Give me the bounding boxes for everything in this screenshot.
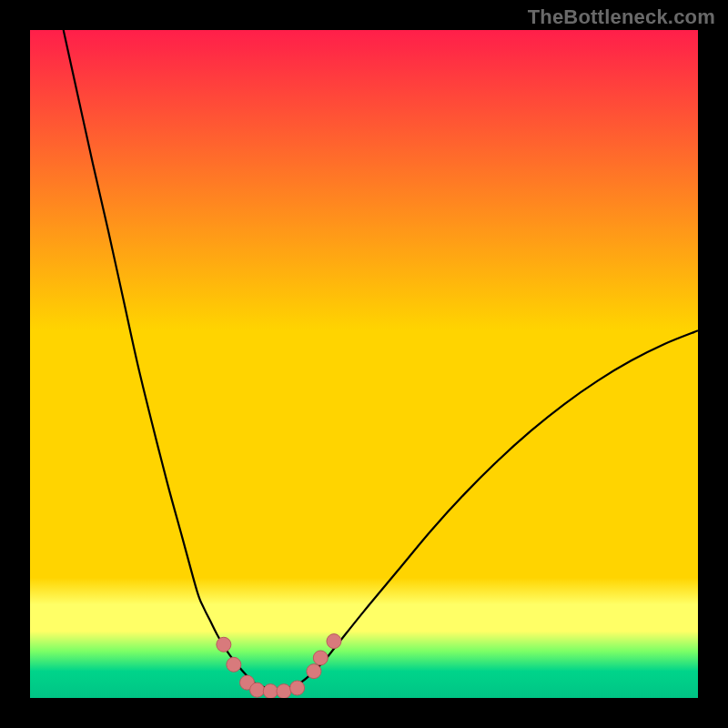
frame-right (698, 0, 728, 728)
curve-marker (290, 681, 305, 695)
curve-marker (277, 684, 291, 699)
curve-marker (263, 684, 278, 699)
curve-marker (250, 682, 265, 697)
chart-frame: TheBottleneck.com (0, 0, 728, 728)
frame-bottom (0, 698, 728, 728)
curve-marker (313, 651, 328, 665)
bottleneck-chart (0, 0, 728, 728)
curve-marker (227, 657, 241, 672)
curve-marker (307, 664, 321, 679)
plot-background (30, 30, 698, 698)
curve-marker (327, 634, 341, 649)
watermark-text: TheBottleneck.com (528, 5, 715, 29)
frame-left (0, 0, 30, 728)
curve-marker (217, 637, 231, 652)
